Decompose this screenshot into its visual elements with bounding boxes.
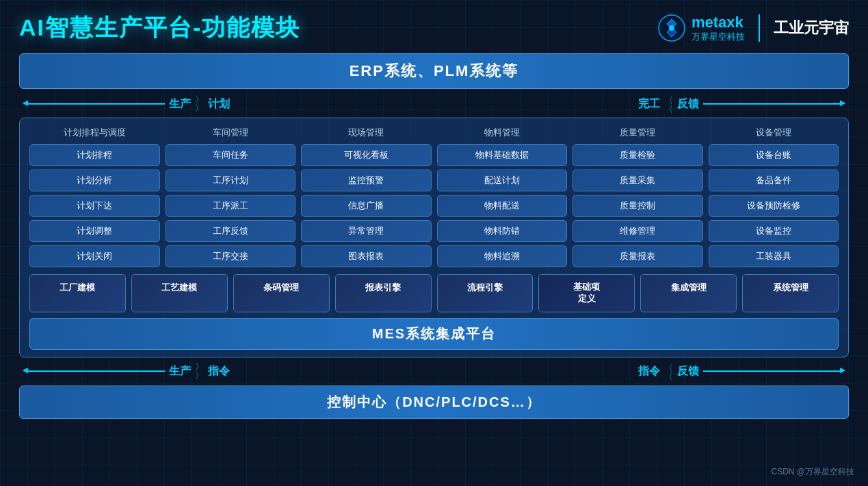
btn-wuliao-zhuisu[interactable]: 物料追溯 [437, 245, 568, 267]
btn-tubiao-baobiao[interactable]: 图表报表 [301, 245, 432, 267]
tool-btn-jichu[interactable]: 基础项 定义 [538, 274, 635, 312]
btn-shebei-jiankong[interactable]: 设备监控 [709, 220, 839, 242]
btn-chejian-renwu[interactable]: 车间任务 [166, 144, 296, 166]
erp-bar-text: ERP系统、PLM系统等 [350, 62, 519, 79]
header: AI智慧生产平台-功能模块 metaxk 万界星空科技 工业元宇宙 [19, 12, 849, 44]
btn-gongxu-jiaojie[interactable]: 工序交接 [166, 245, 296, 267]
logo-icon [657, 14, 686, 42]
control-bar: 控制中心（DNC/PLC/DCS…） [19, 386, 849, 419]
btn-gongzhuang-qiju[interactable]: 工装器具 [709, 245, 839, 267]
btn-peisong-jihua[interactable]: 配送计划 [437, 170, 568, 191]
btn-jihua-fenxi[interactable]: 计划分析 [29, 170, 160, 191]
btn-zhiliang-kongzhi[interactable]: 质量控制 [573, 195, 703, 217]
brand-name-en: metaxk [692, 14, 745, 31]
mes-integration-bar: MES系统集成平台 [29, 318, 839, 350]
flow-bottom-fankui: 反馈 [677, 364, 699, 379]
control-bar-text: 控制中心（DNC/PLC/DCS…） [327, 394, 541, 409]
mes-block: 计划排程与调度 计划排程 计划分析 计划下达 计划调整 计划关闭 车间管理 车间… [19, 118, 849, 357]
brand-slogan: 工业元宇宙 [774, 18, 849, 38]
modules-row: 计划排程与调度 计划排程 计划分析 计划下达 计划调整 计划关闭 车间管理 车间… [29, 126, 839, 267]
col1-header: 计划排程与调度 [29, 126, 160, 139]
tool-btn-liucheng[interactable]: 流程引擎 [437, 274, 534, 312]
module-col-xianchang: 现场管理 可视化看板 监控预警 信息广播 异常管理 图表报表 [301, 126, 432, 267]
btn-gongxu-paigong[interactable]: 工序派工 [166, 195, 296, 217]
col6-header: 设备管理 [709, 126, 839, 139]
flow-label-shengchan: 生产 [169, 97, 191, 111]
btn-jihua-guanbi[interactable]: 计划关闭 [29, 245, 160, 267]
tool-btn-baobiao[interactable]: 报表引擎 [335, 274, 432, 312]
tool-btn-gongyi[interactable]: 工艺建模 [131, 274, 228, 312]
btn-beipin-peijian[interactable]: 备品备件 [709, 170, 839, 191]
tool-btn-gongchang[interactable]: 工厂建模 [29, 274, 126, 312]
flow-top-row: 生产 〉 〉 计划 完工 〉 〉 反馈 [19, 96, 849, 112]
svg-point-1 [669, 25, 674, 31]
brand-name-cn: 万界星空科技 [692, 31, 745, 42]
col2-header: 车间管理 [166, 126, 296, 139]
chevron-bottom-up-icon: 〉 〉 [664, 363, 673, 379]
flow-bottom-right-arrow [703, 370, 842, 372]
btn-zhiliang-jianyan[interactable]: 质量检验 [573, 144, 703, 166]
brand-logo: metaxk 万界星空科技 [657, 14, 745, 42]
btn-shebei-yufang[interactable]: 设备预防检修 [709, 195, 839, 217]
flow-bottom-left: 生产 〉 〉 指令 [26, 363, 230, 379]
brand-area: metaxk 万界星空科技 工业元宇宙 [657, 14, 849, 42]
tools-row: 工厂建模 工艺建模 条码管理 报表引擎 流程引擎 基础项 定义 集成管理 系统管… [29, 274, 839, 312]
erp-bar: ERP系统、PLM系统等 [19, 53, 849, 89]
module-col-shebei: 设备管理 设备台账 备品备件 设备预防检修 设备监控 工装器具 [709, 126, 839, 267]
btn-wuliao-fangcuo[interactable]: 物料防错 [437, 220, 568, 242]
flow-left: 生产 〉 〉 计划 [26, 96, 230, 112]
main-container: AI智慧生产平台-功能模块 metaxk 万界星空科技 工业元宇宙 ERP系统、… [0, 0, 868, 486]
btn-jihua-tiaozheng[interactable]: 计划调整 [29, 220, 160, 242]
btn-wuliao-jichushuju[interactable]: 物料基础数据 [437, 144, 568, 166]
btn-wuliao-peisong[interactable]: 物料配送 [437, 195, 568, 217]
btn-gongxu-jihua[interactable]: 工序计划 [166, 170, 296, 191]
btn-zhiliang-baobiao[interactable]: 质量报表 [573, 245, 703, 267]
watermark: CSDN @万界星空科技 [771, 466, 854, 478]
tool-btn-xitong[interactable]: 系统管理 [742, 274, 839, 312]
brand-name: metaxk 万界星空科技 [692, 14, 745, 42]
flow-bottom-left-arrow [26, 370, 165, 372]
btn-weixiu-guanli[interactable]: 维修管理 [573, 220, 703, 242]
module-col-wuliao: 物料管理 物料基础数据 配送计划 物料配送 物料防错 物料追溯 [437, 126, 568, 267]
tool-btn-jicheng[interactable]: 集成管理 [640, 274, 737, 312]
btn-jihua-xiada[interactable]: 计划下达 [29, 195, 160, 217]
flow-label-jihua: 计划 [208, 97, 230, 111]
btn-yichang-guanli[interactable]: 异常管理 [301, 220, 432, 242]
flow-bottom-right: 指令 〉 〉 反馈 [638, 363, 842, 379]
col3-header: 现场管理 [301, 126, 432, 139]
btn-jihua-paicheng[interactable]: 计划排程 [29, 144, 160, 166]
btn-gongxu-fankui[interactable]: 工序反馈 [166, 220, 296, 242]
btn-jiankong-yujing[interactable]: 监控预警 [301, 170, 432, 191]
chevron-bottom-down-icon: 〉 〉 [195, 363, 204, 379]
module-col-zhiliang: 质量管理 质量检验 质量采集 质量控制 维修管理 质量报表 [573, 126, 703, 267]
page-title: AI智慧生产平台-功能模块 [19, 12, 300, 44]
flow-right: 完工 〉 〉 反馈 [638, 96, 842, 112]
flow-left-arrow [26, 103, 165, 105]
col5-header: 质量管理 [573, 126, 703, 139]
flow-bottom-shengchan: 生产 [169, 364, 191, 379]
flow-label-fankui: 反馈 [677, 97, 699, 111]
chevron-up-icon: 〉 〉 [664, 96, 673, 112]
tool-btn-tiaoma[interactable]: 条码管理 [233, 274, 330, 312]
chevron-down-icon: 〉 〉 [195, 96, 204, 112]
flow-bottom-zhiling: 指令 [208, 364, 230, 379]
col4-header: 物料管理 [437, 126, 568, 139]
btn-zhiliang-caiji[interactable]: 质量采集 [573, 170, 703, 191]
module-col-jihua: 计划排程与调度 计划排程 计划分析 计划下达 计划调整 计划关闭 [29, 126, 160, 267]
mes-integration-text: MES系统集成平台 [372, 326, 496, 341]
flow-bottom-zhiling-right: 指令 [638, 364, 660, 379]
btn-xinxi-guangbo[interactable]: 信息广播 [301, 195, 432, 217]
brand-divider [759, 14, 760, 42]
flow-right-arrow [703, 103, 842, 105]
flow-bottom-row: 生产 〉 〉 指令 指令 〉 〉 反馈 [19, 363, 849, 379]
module-col-chejian: 车间管理 车间任务 工序计划 工序派工 工序反馈 工序交接 [166, 126, 296, 267]
btn-keshihua-kanban[interactable]: 可视化看板 [301, 144, 432, 166]
flow-label-wangong: 完工 [638, 97, 660, 111]
btn-shebei-taizhang[interactable]: 设备台账 [709, 144, 839, 166]
